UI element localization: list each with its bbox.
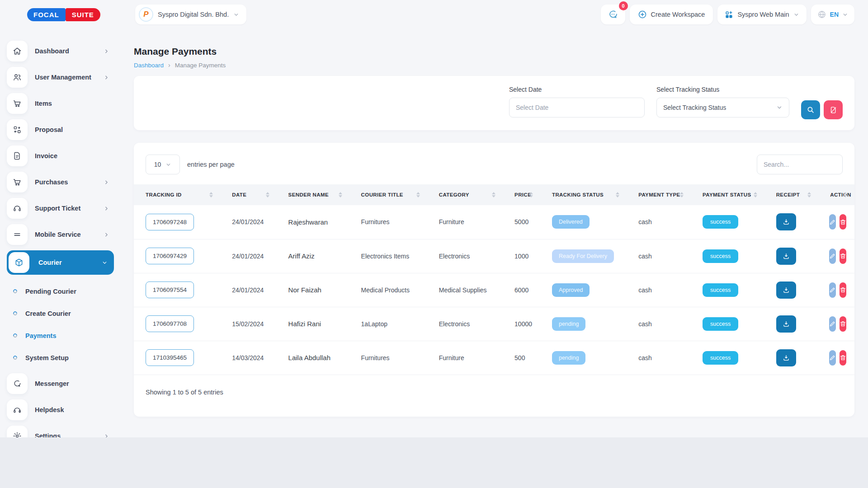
column-header-date[interactable]: DATE <box>220 184 276 205</box>
edit-button[interactable] <box>829 249 836 264</box>
sidebar-item-label: Proposal <box>35 126 109 133</box>
workspace-selector[interactable]: P Syspro Digital Sdn. Bhd. <box>135 5 246 24</box>
tracking-id-chip[interactable]: 1706097708 <box>146 315 194 332</box>
sidebar-subitem-create-courier[interactable]: Create Courier <box>13 302 114 324</box>
sidebar-item-dashboard[interactable]: Dashboard <box>7 41 114 61</box>
receipt-download-button[interactable] <box>776 282 796 299</box>
delete-button[interactable] <box>840 316 846 332</box>
column-header-receipt[interactable]: RECEIPT <box>764 184 819 205</box>
sidebar-subitem-label: Pending Courier <box>25 288 76 295</box>
courier-title-cell: 1aLaptop <box>349 307 427 341</box>
delete-button[interactable] <box>840 350 846 366</box>
trash-icon <box>840 320 846 327</box>
sidebar-item-helpdesk[interactable]: Helpdesk <box>7 399 114 420</box>
sidebar-item-items[interactable]: Items <box>7 93 114 114</box>
receipt-download-button[interactable] <box>776 349 796 366</box>
date-filter-input[interactable] <box>509 98 645 117</box>
sidebar-item-label: Support Ticket <box>35 205 96 212</box>
column-header-sender-name[interactable]: SENDER NAME <box>277 184 349 205</box>
workspace-name: Syspro Digital Sdn. Bhd. <box>158 11 229 18</box>
sidebar-item-support-ticket[interactable]: Support Ticket <box>7 198 114 219</box>
column-header-action[interactable]: ACTION <box>818 184 854 205</box>
file-remove-icon <box>830 106 837 114</box>
edit-button[interactable] <box>829 350 836 366</box>
sender-name-cell: Laila Abdullah <box>277 341 349 375</box>
sidebar-subitem-label: Create Courier <box>25 310 71 317</box>
tracking-status-select[interactable]: Select Tracking Status <box>656 98 789 117</box>
edit-button[interactable] <box>829 214 836 230</box>
sort-icon <box>529 192 533 197</box>
sidebar-item-proposal[interactable]: Proposal <box>7 119 114 140</box>
payment-type-cell: cash <box>627 341 691 375</box>
tracking-id-chip[interactable]: 1710395465 <box>146 349 194 366</box>
sender-name-cell: Rajeshwaran <box>277 205 349 239</box>
sidebar-item-purchases[interactable]: Purchases <box>7 172 114 192</box>
receipt-download-button[interactable] <box>776 213 796 230</box>
column-header-tracking-status[interactable]: TRACKING STATUS <box>540 184 627 205</box>
sidebar-item-messenger[interactable]: Messenger <box>7 373 114 394</box>
sidebar-item-courier[interactable]: Courier <box>7 250 114 275</box>
pencil-icon <box>829 219 836 225</box>
entries-per-page-select[interactable]: 10 <box>146 155 180 174</box>
delete-button[interactable] <box>840 249 846 264</box>
sidebar-item-mobile-service[interactable]: Mobile Service <box>7 224 114 245</box>
column-header-courier-title[interactable]: COURIER TITLE <box>349 184 427 205</box>
breadcrumb-dashboard-link[interactable]: Dashboard <box>134 62 164 69</box>
payment-type-cell: cash <box>627 307 691 341</box>
language-selector[interactable]: EN <box>811 5 854 24</box>
sender-name-cell: Ariff Aziz <box>277 239 349 273</box>
tracking-id-chip[interactable]: 1706097248 <box>146 214 194 230</box>
sort-icon <box>339 192 342 197</box>
trash-icon <box>840 219 846 225</box>
column-header-payment-status[interactable]: PAYMENT STATUS <box>691 184 764 205</box>
focal-suite-logo: FOCAL SUITE <box>27 8 135 21</box>
delete-button[interactable] <box>840 214 846 230</box>
payment-status-badge: success <box>703 317 738 331</box>
table-row: 1710395465 14/03/2024 Laila Abdullah Fur… <box>134 341 854 375</box>
column-header-payment-type[interactable]: PAYMENT TYPE <box>627 184 691 205</box>
trash-icon <box>840 354 846 361</box>
sidebar-subitem-system-setup[interactable]: System Setup <box>13 347 114 369</box>
sidebar-item-label: Invoice <box>35 152 109 160</box>
sidebar-subitem-pending-courier[interactable]: Pending Courier <box>13 280 114 302</box>
payment-type-cell: cash <box>627 239 691 273</box>
tracking-id-chip[interactable]: 1706097429 <box>146 248 194 264</box>
sender-name-cell: Nor Faizah <box>277 273 349 307</box>
sort-icon <box>754 192 757 197</box>
package-box-icon <box>9 252 29 273</box>
chat-bubble-icon <box>7 373 28 394</box>
filter-reset-button[interactable] <box>824 100 843 119</box>
column-header-category[interactable]: CATEGORY <box>427 184 503 205</box>
column-header-tracking-id[interactable]: TRACKING ID <box>134 184 220 205</box>
receipt-download-button[interactable] <box>776 315 796 333</box>
delete-button[interactable] <box>840 282 846 298</box>
edit-button[interactable] <box>829 282 836 298</box>
table-search-input[interactable] <box>757 155 843 174</box>
sidebar-item-user-management[interactable]: User Management <box>7 67 114 88</box>
topbar: FOCAL SUITE P Syspro Digital Sdn. Bhd. <box>0 0 868 29</box>
download-icon <box>783 218 790 225</box>
headphones-icon <box>7 399 28 420</box>
app-menu-label: Syspro Web Main <box>737 11 789 18</box>
messenger-button[interactable]: 0 <box>601 5 625 24</box>
sidebar-item-invoice[interactable]: Invoice <box>7 145 114 166</box>
sidebar-item-settings[interactable]: Settings <box>7 426 114 437</box>
edit-button[interactable] <box>829 316 836 332</box>
workspace-logo: P <box>139 7 153 22</box>
column-header-price[interactable]: PRICE <box>503 184 540 205</box>
app-menu-selector[interactable]: Syspro Web Main <box>717 5 806 24</box>
create-workspace-label: Create Workspace <box>651 11 705 18</box>
date-cell: 24/01/2024 <box>220 273 276 307</box>
filter-search-button[interactable] <box>801 100 820 119</box>
create-workspace-button[interactable]: Create Workspace <box>630 5 713 24</box>
receipt-download-button[interactable] <box>776 248 796 265</box>
plus-circle-icon <box>638 10 647 19</box>
tracking-id-chip[interactable]: 1706097554 <box>146 282 194 298</box>
date-filter-field: Select Date <box>509 86 645 117</box>
sidebar-subitem-payments[interactable]: Payments <box>13 324 114 347</box>
main-content: Manage Payments Dashboard › Manage Payme… <box>122 29 868 437</box>
sort-icon <box>680 192 684 197</box>
page-title: Manage Payments <box>134 46 854 57</box>
trash-icon <box>840 286 846 293</box>
payment-status-badge: success <box>703 215 738 229</box>
